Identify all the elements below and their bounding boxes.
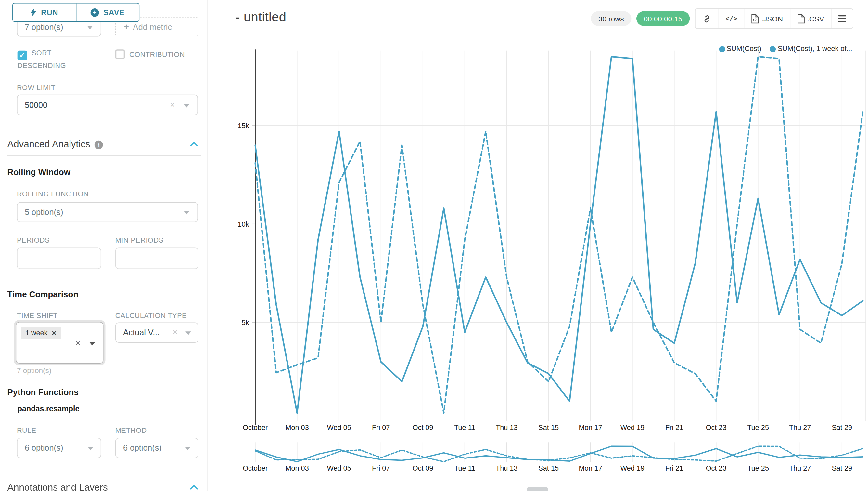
svg-text:Mon 03: Mon 03	[285, 464, 309, 472]
chevron-down-icon	[185, 447, 190, 450]
time-shift-multiselect[interactable]: 1 week ✕ ×	[16, 322, 103, 364]
time-shift-chip: 1 week ✕	[21, 327, 61, 339]
annotations-layers-title: Annotations and Layers	[7, 482, 107, 491]
run-button[interactable]: RUN	[13, 3, 76, 21]
advanced-analytics-title: Advanced Analytics	[7, 139, 90, 150]
collapse-chevron-icon[interactable]	[190, 141, 198, 146]
min-periods-input[interactable]	[115, 248, 198, 269]
svg-text:Oct 23: Oct 23	[706, 464, 727, 472]
chevron-down-icon	[185, 331, 191, 335]
save-label: SAVE	[104, 8, 125, 17]
run-label: RUN	[41, 8, 58, 17]
svg-text:Tue 25: Tue 25	[747, 464, 769, 472]
row-limit-value: 50000	[25, 100, 48, 110]
svg-text:Wed 19: Wed 19	[620, 464, 645, 472]
rule-select[interactable]: 6 option(s)	[17, 438, 101, 458]
time-shift-helper: 7 option(s)	[17, 367, 51, 375]
chevron-down-icon	[89, 342, 95, 345]
time-comparison-title: Time Comparison	[7, 289, 78, 299]
plus-icon: +	[124, 22, 129, 32]
method-value: 6 option(s)	[123, 443, 162, 453]
svg-text:Fri 07: Fri 07	[372, 464, 390, 472]
rule-value: 6 option(s)	[25, 443, 63, 453]
pandas-resample-label: pandas.resample	[18, 405, 80, 413]
svg-text:Sat 15: Sat 15	[538, 464, 559, 472]
chevron-down-icon	[87, 26, 93, 29]
resize-handle[interactable]	[527, 487, 548, 491]
row-limit-select[interactable]: 50000 ×	[17, 95, 198, 115]
calculation-type-label: CALCULATION TYPE	[115, 312, 187, 320]
mini-context-chart[interactable]: OctoberMon 03Wed 05Fri 07Oct 09Tue 11Thu…	[208, 0, 868, 491]
calculation-type-value: Actual V...	[123, 328, 159, 337]
row-limit-label: ROW LIMIT	[17, 84, 56, 92]
metrics-select-value: 7 option(s)	[25, 22, 63, 31]
svg-text:Sat 29: Sat 29	[832, 464, 852, 472]
chevron-down-icon	[184, 211, 189, 214]
sort-descending-control: ✓SORT DESCENDING	[18, 47, 91, 72]
chevron-down-icon	[88, 447, 93, 450]
sort-descending-checkbox[interactable]: ✓	[18, 51, 27, 60]
rolling-window-title: Rolling Window	[7, 167, 70, 177]
svg-text:Oct 09: Oct 09	[412, 464, 433, 472]
contribution-label: CONTRIBUTION	[129, 51, 185, 59]
periods-input[interactable]	[17, 248, 101, 269]
python-functions-title: Python Functions	[7, 387, 78, 397]
rolling-function-label: ROLLING FUNCTION	[17, 190, 89, 198]
rule-label: RULE	[17, 427, 36, 434]
time-shift-chip-label: 1 week	[25, 329, 48, 337]
clear-icon[interactable]: ×	[75, 338, 80, 348]
contribution-control: CONTRIBUTION	[115, 49, 205, 61]
collapse-chevron-icon[interactable]	[190, 485, 198, 490]
advanced-analytics-header: Advanced Analytics i	[7, 139, 103, 150]
periods-label: PERIODS	[17, 236, 50, 244]
rolling-function-select[interactable]: 5 option(s)	[17, 202, 198, 222]
app: 7 option(s) + Add metric RUN + SAVE ✓SOR…	[0, 0, 868, 491]
svg-text:October: October	[243, 464, 268, 472]
svg-text:Thu 13: Thu 13	[496, 464, 518, 472]
rolling-function-value: 5 option(s)	[25, 208, 63, 217]
clear-icon[interactable]: ×	[170, 99, 175, 109]
contribution-checkbox[interactable]	[115, 50, 125, 59]
save-button[interactable]: + SAVE	[76, 3, 139, 21]
lightning-icon	[30, 8, 36, 16]
svg-text:Mon 17: Mon 17	[579, 464, 602, 472]
time-shift-label: TIME SHIFT	[17, 312, 58, 320]
svg-text:Thu 27: Thu 27	[789, 464, 811, 472]
chevron-down-icon	[184, 104, 189, 107]
svg-text:Fri 21: Fri 21	[665, 464, 683, 472]
calculation-type-select[interactable]: Actual V... ×	[115, 323, 198, 343]
svg-text:Tue 11: Tue 11	[454, 464, 475, 472]
add-metric-label: Add metric	[133, 22, 172, 31]
min-periods-label: MIN PERIODS	[115, 236, 164, 244]
control-panel: 7 option(s) + Add metric RUN + SAVE ✓SOR…	[0, 0, 208, 491]
clear-icon[interactable]: ×	[173, 327, 178, 336]
method-select[interactable]: 6 option(s)	[115, 438, 198, 458]
chip-remove-icon[interactable]: ✕	[52, 329, 57, 337]
info-icon[interactable]: i	[95, 141, 103, 149]
divider	[7, 155, 201, 156]
chart-panel: - untitled 30 rows 00:00:00.15 </>	[208, 0, 868, 491]
run-save-button-group: RUN + SAVE	[12, 3, 140, 22]
annotations-layers-header: Annotations and Layers	[7, 482, 107, 491]
svg-text:Wed 05: Wed 05	[327, 464, 351, 472]
method-label: METHOD	[115, 427, 147, 434]
plus-circle-icon: +	[91, 8, 99, 17]
